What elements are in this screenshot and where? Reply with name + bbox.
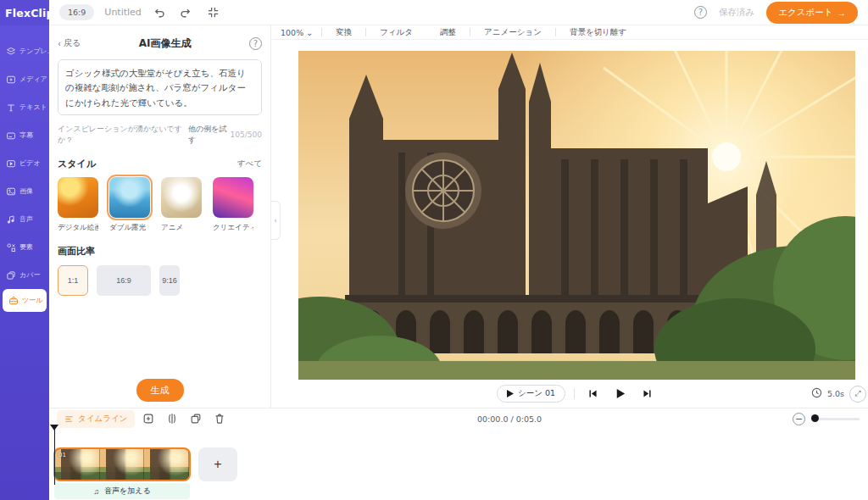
scene-duration[interactable]: 5.0s — [827, 389, 844, 398]
redo-icon[interactable] — [177, 3, 196, 22]
split-icon[interactable] — [162, 410, 182, 427]
sidebar-item-elements[interactable]: 要素 — [0, 233, 49, 261]
style-thumbnail — [109, 177, 150, 218]
sidebar-item-subtitles[interactable]: 字幕 — [0, 121, 49, 149]
panel-title: AI画像生成 — [81, 36, 249, 51]
style-name: ダブル露光 — [109, 223, 150, 233]
sidebar-item-text[interactable]: テキスト — [0, 93, 49, 121]
canvas-toolbar: 100% ⌄ 変換 フィルタ 調整 アニメーション 背景を切り離す — [272, 25, 868, 40]
sidebar-item-tools[interactable]: ツール — [3, 289, 47, 312]
style-name: デジタル絵画 — [58, 223, 98, 233]
sidebar-item-label: 画像 — [19, 186, 33, 196]
toolbar-adjust[interactable]: 調整 — [426, 27, 470, 38]
inspiration-text: インスピレーションが湧かないですか？ — [58, 124, 185, 146]
sidebar-item-label: カバー — [19, 270, 40, 280]
clip-number-badge: 01 — [58, 452, 66, 458]
playhead[interactable] — [50, 425, 59, 431]
timeline-zoom-out-icon[interactable]: − — [793, 413, 805, 425]
style-thumbnail — [161, 177, 202, 218]
clock-icon — [811, 387, 822, 400]
style-double-exposure[interactable]: ダブル露光 — [109, 177, 150, 233]
scene-label: シーン 01 — [518, 388, 555, 399]
back-chevron-icon: ‹ — [58, 39, 61, 48]
toolbar-filter[interactable]: フィルタ — [366, 27, 426, 38]
prompt-input[interactable]: ゴシック様式の大聖堂がそびえ立ち、石造りの複雑な彫刻が施され、バラ窓がフィルター… — [58, 59, 262, 115]
sidebar-item-audio[interactable]: 音声 — [0, 205, 49, 233]
timeline-label: タイムライン — [78, 414, 127, 425]
scene-selector[interactable]: シーン 01 — [497, 385, 565, 403]
add-clip-button[interactable]: + — [198, 447, 237, 481]
play-button[interactable] — [610, 385, 629, 403]
time-display: 00:00.0 / 0:05.0 — [477, 414, 542, 424]
ratio-label: 画面比率 — [58, 245, 95, 258]
cathedral-image — [298, 51, 855, 380]
play-icon — [507, 390, 514, 397]
sidebar-item-label: 字幕 — [19, 131, 33, 140]
generate-button[interactable]: 生成 — [136, 379, 184, 402]
sidebar-item-image[interactable]: 画像 — [0, 177, 49, 205]
sidebar-item-label: テンプレ… — [19, 47, 49, 56]
styles-all-link[interactable]: すべて — [237, 158, 262, 169]
toolbar-remove-background[interactable]: 背景を切り離す — [556, 27, 640, 38]
ratio-9-16-button[interactable]: 9:16 — [159, 265, 180, 296]
export-label: エクスポート — [778, 7, 832, 19]
project-ratio-badge[interactable]: 16:9 — [59, 4, 94, 20]
sidebar-item-label: 音声 — [19, 214, 33, 224]
style-anime[interactable]: アニメ — [161, 177, 202, 233]
playback-row: シーン 01 5.0s ⤢ — [272, 380, 868, 408]
zoom-slider-handle[interactable] — [811, 414, 819, 422]
music-note-icon: ♫ — [93, 487, 99, 496]
saved-status: 保存済み — [719, 7, 754, 19]
style-thumbnail — [58, 177, 98, 218]
next-scene-button[interactable] — [637, 385, 656, 403]
style-thumbnail — [213, 177, 253, 218]
sidebar-item-label: テキスト — [19, 103, 47, 112]
sidebar-item-video[interactable]: ビデオ — [0, 149, 49, 177]
toolbar-animation[interactable]: アニメーション — [470, 27, 555, 38]
export-button[interactable]: エクスポート → — [766, 2, 858, 24]
delete-icon[interactable] — [209, 410, 230, 427]
add-audio-button[interactable]: ♫ 音声を加える — [54, 483, 190, 499]
try-examples-link[interactable]: 他の例を試す — [188, 124, 231, 146]
duplicate-icon[interactable] — [186, 410, 206, 427]
expand-icon[interactable]: ⤢ — [849, 386, 866, 403]
timeline-zoom-slider[interactable] — [812, 418, 860, 420]
styles-label: スタイル — [58, 158, 96, 170]
ratio-16-9-button[interactable]: 16:9 — [97, 265, 151, 296]
toolbar-transform[interactable]: 変換 — [322, 27, 365, 38]
top-header: 16:9 Untitled ? 保存済み エクスポート → — [49, 0, 868, 25]
timeline-tracks: 01 + ♫ 音声を加える — [49, 429, 868, 500]
timeline-icon — [64, 414, 74, 424]
collapse-view-icon[interactable] — [204, 3, 223, 22]
project-title[interactable]: Untitled — [104, 7, 142, 18]
timeline-toggle-button[interactable]: タイムライン — [57, 410, 135, 428]
sidebar-item-label: メディア — [19, 75, 47, 84]
sidebar-item-label: ツール — [22, 296, 42, 305]
zoom-value: 100% — [281, 28, 303, 37]
panel-help-icon[interactable]: ? — [249, 37, 262, 50]
sidebar-item-media[interactable]: メディア — [0, 65, 49, 93]
add-scene-icon[interactable] — [138, 410, 159, 427]
chevron-down-icon: ⌄ — [306, 28, 313, 37]
undo-icon[interactable] — [150, 3, 169, 22]
canvas-preview[interactable] — [298, 51, 855, 380]
zoom-dropdown[interactable]: 100% ⌄ — [272, 28, 321, 37]
ratio-1-1-button[interactable]: 1:1 — [58, 265, 88, 296]
sidebar-item-templates[interactable]: テンプレ… — [0, 37, 49, 65]
sidebar-item-cover[interactable]: カバー — [0, 261, 49, 289]
style-digital-painting[interactable]: デジタル絵画 — [58, 177, 98, 233]
help-icon[interactable]: ? — [694, 6, 707, 19]
back-button[interactable]: ‹ 戻る — [58, 37, 81, 49]
previous-scene-button[interactable] — [583, 385, 602, 403]
back-label: 戻る — [64, 37, 81, 49]
stage — [272, 40, 868, 380]
ai-image-panel: ‹ 戻る AI画像生成 ? ゴシック様式の大聖堂がそびえ立ち、石造りの複雑な彫刻… — [49, 25, 271, 408]
clip-frame — [144, 449, 189, 480]
flexclip-logo[interactable]: FlexClip — [0, 0, 49, 25]
video-clip[interactable]: 01 — [53, 447, 191, 481]
style-creative[interactable]: クリエイティブ — [213, 177, 253, 233]
export-arrow-icon: → — [837, 8, 847, 18]
sidebar-item-label: 要素 — [19, 242, 33, 252]
clip-frame — [100, 449, 145, 480]
panel-collapse-handle[interactable]: ‹ — [271, 201, 281, 240]
